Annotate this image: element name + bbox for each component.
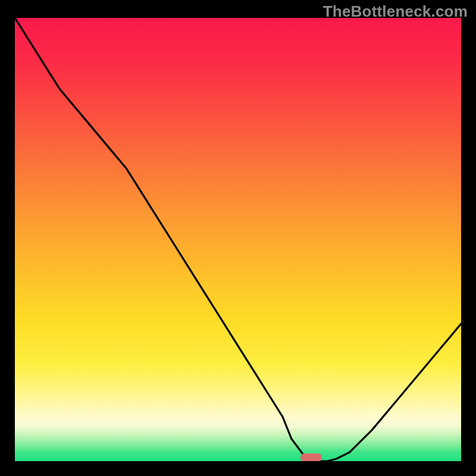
chart-frame: TheBottleneck.com <box>0 0 476 476</box>
optimal-marker <box>300 453 322 461</box>
bottleneck-curve <box>15 18 461 461</box>
plot-area <box>15 18 461 461</box>
curve-path <box>15 18 461 461</box>
